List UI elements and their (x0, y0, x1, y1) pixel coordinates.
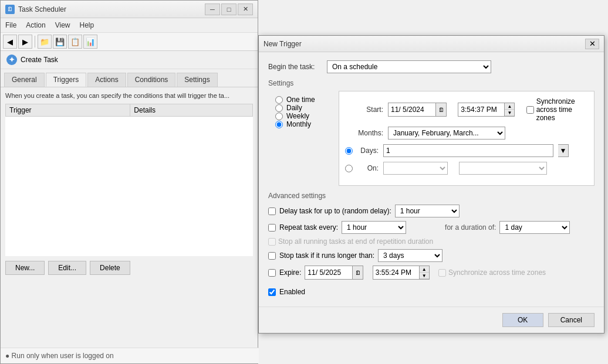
expire-checkbox[interactable] (268, 269, 276, 277)
tab-triggers[interactable]: Triggers (46, 73, 87, 87)
repeat-select[interactable]: 1 hour (342, 221, 406, 234)
minimize-button[interactable]: ─ (205, 4, 220, 15)
radio-monthly-label[interactable]: Monthly (286, 120, 311, 128)
toolbar-forward[interactable]: ▶ (18, 35, 32, 49)
repeat-row: Repeat task every: 1 hour for a duration… (268, 221, 595, 234)
delay-label[interactable]: Delay task for up to (random delay): (279, 207, 391, 215)
date-picker-icon[interactable]: 🗓 (435, 103, 446, 116)
radio-daily-input[interactable] (275, 104, 283, 112)
start-date-spin: 11/ 5/2024 🗓 (388, 103, 447, 117)
start-label: Start: (345, 106, 383, 114)
toolbar-back[interactable]: ◀ (3, 35, 17, 49)
on-row: On: (345, 162, 588, 175)
expire-sync-checkbox[interactable] (438, 269, 446, 277)
menu-view[interactable]: View (50, 19, 75, 31)
expire-time-input[interactable]: 3:55:24 PM (373, 266, 419, 279)
radio-weekly: Weekly (275, 112, 332, 120)
toolbar-chart[interactable]: 📊 (83, 35, 97, 49)
radio-monthly-input[interactable] (275, 121, 283, 128)
menu-file[interactable]: File (1, 19, 21, 31)
bottom-bar: ● Run only when user is logged on (1, 348, 259, 363)
expire-date-icon[interactable]: 🗓 (352, 266, 363, 279)
expire-sync-label[interactable]: Synchronize across time zones (448, 268, 546, 277)
days-radio[interactable] (345, 147, 353, 155)
radio-weekly-label[interactable]: Weekly (286, 112, 309, 120)
radio-weekly-input[interactable] (275, 113, 283, 120)
delay-checkbox[interactable] (268, 207, 276, 215)
advanced-title: Advanced settings (268, 192, 595, 200)
toolbar-task[interactable]: 📋 (68, 35, 82, 49)
dialog-close-button[interactable]: ✕ (585, 39, 599, 49)
dialog-title-bar: New Trigger ✕ (259, 36, 604, 52)
toolbar-folder[interactable]: 📁 (38, 35, 52, 49)
create-task-icon: ✦ (6, 55, 17, 65)
col-trigger: Trigger (6, 104, 130, 117)
menu-bar: File Action View Help (1, 18, 258, 33)
sync-checkbox[interactable] (526, 106, 534, 114)
tab-conditions[interactable]: Conditions (127, 73, 176, 87)
expire-time-buttons: ▲ ▼ (419, 266, 429, 279)
expire-label[interactable]: Expire: (279, 268, 301, 277)
enabled-checkbox[interactable] (268, 288, 276, 296)
ok-button[interactable]: OK (502, 313, 543, 327)
close-button[interactable]: ✕ (238, 4, 253, 15)
menu-help[interactable]: Help (75, 19, 99, 31)
expire-date-spin: 11/ 5/2025 🗓 (305, 266, 363, 280)
enabled-row: Enabled (268, 283, 595, 298)
tab-settings[interactable]: Settings (177, 73, 217, 87)
expire-time-up[interactable]: ▲ (420, 266, 429, 273)
delay-select[interactable]: 1 hour (395, 205, 460, 217)
repeat-label[interactable]: Repeat task every: (279, 223, 338, 232)
toolbar-sep1 (35, 36, 35, 47)
stop-longer-label[interactable]: Stop task if it runs longer than: (279, 251, 374, 260)
app-title: Task Scheduler (18, 5, 205, 13)
schedule-config-panel: Start: 11/ 5/2024 🗓 3:54:37 PM ▲ ▼ (339, 91, 595, 186)
expire-time-down[interactable]: ▼ (420, 273, 429, 279)
radio-one-time-label[interactable]: One time (286, 96, 315, 104)
on-select1[interactable] (383, 162, 448, 175)
begin-task-select[interactable]: On a schedule (327, 60, 491, 73)
stop-running-checkbox[interactable] (268, 238, 276, 246)
sync-row: Synchronize across time zones (526, 97, 588, 122)
days-row: Days: 1 ▼ (345, 144, 588, 157)
tab-actions[interactable]: Actions (87, 73, 126, 87)
on-label[interactable]: On: (355, 164, 379, 172)
start-date-input[interactable]: 11/ 5/2024 (389, 103, 435, 116)
time-down-button[interactable]: ▼ (505, 110, 514, 116)
months-row: Months: January, February, March... (345, 127, 588, 140)
months-label: Months: (345, 129, 383, 137)
toolbar-save[interactable]: 💾 (53, 35, 67, 49)
delete-trigger-button[interactable]: Delete (90, 261, 130, 275)
radio-daily-label[interactable]: Daily (286, 104, 302, 112)
new-trigger-button[interactable]: New... (5, 261, 45, 275)
expire-date-input[interactable]: 11/ 5/2025 (305, 266, 352, 279)
settings-label: Settings (268, 79, 595, 87)
edit-trigger-button[interactable]: Edit... (48, 261, 86, 275)
duration-select[interactable]: 1 day (499, 221, 570, 234)
create-task-label: Create Task (21, 56, 58, 64)
cancel-button[interactable]: Cancel (548, 313, 595, 327)
triggers-table: Trigger Details (5, 104, 253, 256)
radio-monthly: Monthly (275, 120, 332, 128)
on-select2[interactable] (459, 162, 547, 175)
radio-one-time-input[interactable] (275, 96, 283, 104)
start-time-input[interactable]: 3:54:37 PM (458, 103, 504, 116)
main-title-bar: 🗓 Task Scheduler ─ □ ✕ (1, 1, 258, 18)
stop-running-label[interactable]: Stop all running tasks at end of repetit… (278, 237, 433, 246)
sync-label[interactable]: Synchronize across time zones (536, 97, 588, 122)
tab-general[interactable]: General (4, 73, 45, 87)
tabs-bar: General Triggers Actions Conditions Sett… (1, 69, 258, 87)
on-radio[interactable] (345, 165, 353, 172)
days-dropdown[interactable]: ▼ (558, 144, 569, 157)
stop-longer-checkbox[interactable] (268, 252, 276, 260)
menu-action[interactable]: Action (21, 19, 50, 31)
stop-longer-select[interactable]: 3 days (378, 249, 443, 262)
days-label[interactable]: Days: (355, 147, 379, 155)
radio-daily: Daily (275, 104, 332, 112)
days-input[interactable]: 1 (383, 144, 553, 157)
enabled-label[interactable]: Enabled (279, 288, 305, 296)
months-select[interactable]: January, February, March... (388, 127, 505, 140)
time-up-button[interactable]: ▲ (505, 103, 514, 110)
repeat-checkbox[interactable] (268, 224, 276, 232)
maximize-button[interactable]: □ (221, 4, 237, 15)
